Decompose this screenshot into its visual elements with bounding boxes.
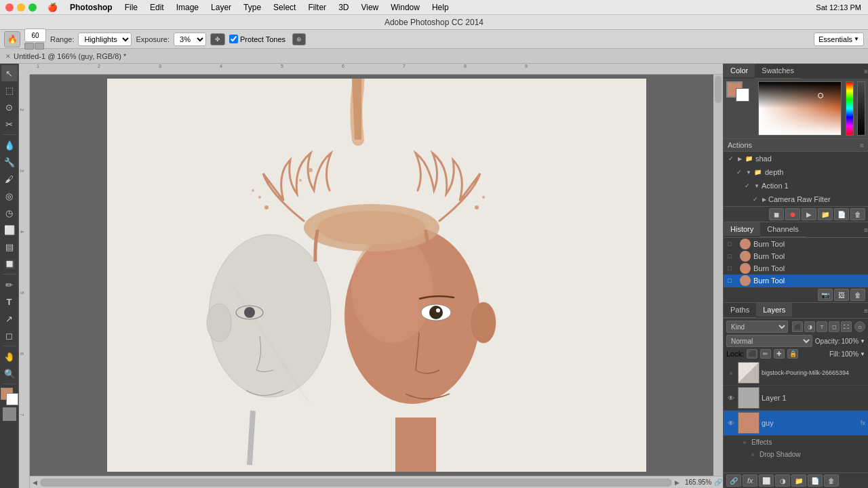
history-burn-3[interactable]: □ Burn Tool [724, 262, 868, 274]
essentials-dropdown[interactable]: Essentials ▼ [814, 33, 864, 46]
menu-layer[interactable]: Layer [205, 3, 237, 12]
menu-file[interactable]: File [119, 3, 143, 12]
layer-guy[interactable]: 👁 guy fx [724, 411, 868, 436]
layer-effects[interactable]: ● Effects [724, 436, 868, 448]
menu-view[interactable]: View [355, 3, 384, 12]
lock-all-icon[interactable]: 🔒 [787, 349, 798, 359]
layers-collapse-btn[interactable]: ≡ [864, 307, 868, 314]
canvas-scrollbar-h[interactable]: ◀ ▶ 165.95% 🔗 Doc: 3.34M/11.3M ▶ [30, 476, 723, 488]
tool-lasso[interactable]: ⊙ [1, 99, 18, 115]
tool-pen[interactable]: ✏ [1, 277, 18, 293]
eye-bigstock[interactable]: ● [726, 368, 736, 378]
tab-channels[interactable]: Channels [760, 222, 805, 237]
action-delete-btn[interactable]: 🗑 [850, 208, 865, 220]
action-depth[interactable]: ✓ ▼ 📁 depth [724, 165, 868, 179]
hue-strip[interactable] [846, 81, 854, 136]
protect-tones-option[interactable]: Protect Tones [229, 35, 285, 43]
canvas-scrollbar-v[interactable] [713, 75, 723, 476]
menu-3d[interactable]: 3D [333, 3, 354, 12]
new-layer-btn[interactable]: 📄 [808, 474, 823, 487]
scroll-left-arrow[interactable]: ◀ [31, 479, 39, 486]
action-record-btn[interactable]: ⏺ [785, 208, 800, 220]
action-folder-btn[interactable]: 📁 [818, 208, 833, 220]
eye-drop-shadow[interactable]: ● [748, 449, 757, 459]
link-layers-btn[interactable]: 🔗 [726, 474, 741, 487]
options-icon[interactable]: ⊕ [292, 33, 306, 45]
history-burn-4[interactable]: □ Burn Tool [724, 274, 868, 287]
scroll-right-arrow[interactable]: ▶ [673, 479, 681, 486]
alpha-strip[interactable] [857, 81, 865, 136]
fill-arrow[interactable]: ▼ [860, 351, 865, 357]
tab-color[interactable]: Color [724, 64, 755, 79]
tool-gradient[interactable]: ▤ [1, 239, 18, 255]
tool-path-select[interactable]: ↗ [1, 310, 18, 327]
filter-type-icon[interactable]: T [816, 321, 827, 332]
close-button[interactable] [5, 3, 14, 12]
history-snapshot-btn[interactable]: 📷 [818, 289, 833, 301]
color-panel-collapse-btn[interactable]: ≡ [864, 68, 868, 75]
quick-mask[interactable] [3, 407, 16, 421]
minimize-button[interactable] [17, 3, 25, 12]
tool-marquee[interactable]: ⬚ [1, 82, 18, 98]
canvas-document[interactable] [107, 79, 646, 472]
tab-close-icon[interactable]: ✕ [5, 53, 11, 60]
tool-clone[interactable]: ◎ [1, 188, 18, 204]
tab-swatches[interactable]: Swatches [755, 64, 801, 79]
tool-shape[interactable]: ◻ [1, 327, 18, 344]
action-new-btn[interactable]: 📄 [834, 208, 849, 220]
menu-type[interactable]: Type [238, 3, 267, 12]
menu-apple[interactable]: 🍎 [42, 3, 63, 12]
burn-tool-icon[interactable]: 🔥 [4, 31, 20, 47]
expand-camera[interactable]: ▶ [762, 197, 766, 203]
brush-shape-icon[interactable] [24, 43, 34, 49]
scroll-thumb-v[interactable] [715, 76, 722, 103]
action-stop-btn[interactable]: ◼ [769, 208, 784, 220]
tool-type[interactable]: T [1, 293, 18, 310]
canvas-area[interactable]: 1 2 3 4 5 6 7 8 9 2 3 4 5 6 7 [19, 64, 723, 488]
filter-shape-icon[interactable]: ◻ [829, 321, 840, 332]
tool-hand[interactable]: 🤚 [1, 348, 18, 365]
history-new-btn[interactable]: 🖼 [834, 289, 849, 301]
lock-move-icon[interactable]: ✚ [774, 349, 785, 359]
eye-layer1[interactable]: 👁 [726, 393, 736, 403]
tool-crop[interactable]: ✂ [1, 116, 18, 132]
actions-collapse-btn[interactable]: ≡ [860, 142, 864, 149]
brush-mode-icon[interactable] [35, 43, 44, 49]
menu-window[interactable]: Window [385, 3, 425, 12]
lock-image-icon[interactable]: ✏ [760, 349, 771, 359]
layer-bigstock[interactable]: ● bigstock-Pouring-Milk-26665394 [724, 361, 868, 386]
layer-filter-toggle[interactable]: ○ [854, 321, 865, 332]
action-shad[interactable]: ✓ ▶ 📁 shad [724, 152, 868, 165]
exposure-value[interactable]: 3% [174, 33, 206, 46]
filter-adjust-icon[interactable]: ◑ [804, 321, 815, 332]
range-select[interactable]: Highlights Midtones Shadows [78, 33, 132, 46]
history-delete-btn[interactable]: 🗑 [850, 289, 865, 301]
background-swatch[interactable] [736, 88, 749, 102]
background-color[interactable] [6, 393, 18, 405]
airbrush-icon[interactable]: ✤ [210, 33, 225, 45]
tool-brush[interactable]: 🖌 [1, 171, 18, 187]
tool-zoom[interactable]: 🔍 [1, 365, 18, 382]
filter-pixel-icon[interactable]: ⬛ [792, 321, 803, 332]
brush-size[interactable]: 60 [24, 28, 46, 42]
fg-bg-colors[interactable] [1, 388, 18, 405]
menu-edit[interactable]: Edit [144, 3, 170, 12]
tool-history-brush[interactable]: ◷ [1, 205, 18, 221]
action-1[interactable]: ✓ ▼ Action 1 [724, 179, 868, 192]
new-group-btn[interactable]: 📁 [791, 474, 806, 487]
add-style-btn[interactable]: fx [743, 474, 757, 487]
menu-photoshop[interactable]: Photoshop [64, 3, 118, 12]
tool-eyedropper[interactable]: 💧 [1, 137, 18, 153]
menu-select[interactable]: Select [268, 3, 301, 12]
protect-tones-checkbox[interactable] [229, 35, 238, 43]
expand-shad[interactable]: ▶ [738, 156, 742, 162]
delete-layer-btn[interactable]: 🗑 [824, 474, 839, 487]
lock-transparent-icon[interactable]: ⬛ [747, 349, 757, 359]
blend-mode-select[interactable]: Normal [726, 335, 812, 347]
layers-kind-select[interactable]: Kind [726, 321, 788, 333]
history-burn-1[interactable]: □ Burn Tool [724, 238, 868, 250]
menu-help[interactable]: Help [427, 3, 454, 12]
expand-depth[interactable]: ▼ [746, 169, 751, 176]
tool-dodge[interactable]: 🔲 [1, 256, 18, 272]
layer-drop-shadow[interactable]: ● Drop Shadow [724, 448, 868, 460]
